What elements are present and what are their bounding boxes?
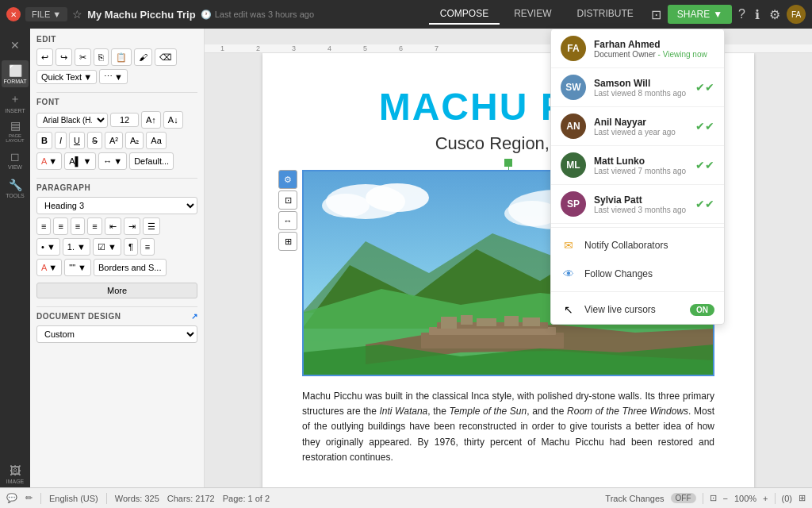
bookmark-icon[interactable]: ☆ — [72, 8, 82, 21]
checklist[interactable]: ☑ ▼ — [93, 238, 121, 256]
close-button[interactable]: ✕ — [6, 7, 21, 21]
align-justify[interactable]: ≡ — [87, 217, 102, 235]
collaborator-farhan[interactable]: FA Farhan Ahmed Document Owner - Viewing… — [551, 29, 724, 68]
font-size-up[interactable]: A↑ — [141, 111, 161, 129]
image-settings-top[interactable]: ⚙ — [278, 170, 297, 189]
nav-insert[interactable]: ＋ INSERT — [2, 89, 29, 116]
settings-icon[interactable]: ⚙ — [766, 4, 783, 25]
share-button[interactable]: SHARE ▼ — [668, 5, 732, 24]
font-size-input[interactable] — [110, 113, 139, 127]
copy-button[interactable]: ⎘ — [94, 48, 109, 66]
collaborator-anil[interactable]: AN Anil Nayyar Last viewed a year ago ✔✔ — [551, 107, 724, 146]
nav-page-layout[interactable]: ▤ PAGE LAYOUT — [2, 117, 29, 144]
page-count: Page: 1 of 2 — [223, 494, 270, 503]
user-avatar[interactable]: FA — [787, 5, 806, 24]
italic-button[interactable]: I — [55, 132, 67, 149]
underline-button[interactable]: U — [69, 132, 85, 149]
quick-text-dropdown[interactable]: Quick Text ▼ — [36, 70, 97, 84]
file-dropdown-icon: ▼ — [52, 10, 61, 19]
nav-format[interactable]: ⬜ FORMAT — [2, 60, 29, 87]
design-section: DOCUMENT DESIGN ↗ Custom — [36, 312, 197, 343]
design-style-select[interactable]: Custom — [36, 325, 197, 343]
more-paragraph[interactable]: ≡ — [140, 238, 155, 256]
format-paint-button[interactable]: 🖌 — [134, 48, 152, 66]
more-button[interactable]: More — [36, 283, 197, 298]
tab-review[interactable]: REVIEW — [503, 4, 562, 25]
numbered-list[interactable]: 1. ▼ — [63, 238, 90, 256]
quote-button[interactable]: "" ▼ — [64, 259, 91, 276]
image-frame[interactable]: ⊞ — [278, 232, 297, 251]
clear-format-button[interactable]: ⌫ — [155, 48, 177, 66]
nav-image[interactable]: 🖼 IMAGE — [2, 460, 29, 487]
strikethrough-button[interactable]: S̶ — [87, 132, 102, 149]
align-left[interactable]: ≡ — [36, 217, 51, 235]
bg-color-button[interactable]: A▼ — [36, 259, 62, 276]
collaborator-sylvia[interactable]: SP Sylvia Patt Last viewed 3 months ago … — [551, 185, 724, 224]
matt-info: Matt Lunko Last viewed 7 months ago — [594, 156, 688, 175]
borders-button[interactable]: Borders and S... — [94, 259, 167, 276]
zoom-in-icon[interactable]: + — [763, 494, 768, 503]
comments-count[interactable]: (0) — [782, 494, 792, 503]
collaborator-matt[interactable]: ML Matt Lunko Last viewed 7 months ago ✔… — [551, 146, 724, 185]
zoom-level[interactable]: 100% — [734, 494, 756, 503]
comment-icon[interactable]: 💬 — [6, 493, 17, 503]
highlight-button[interactable]: A▌ ▼ — [64, 152, 96, 170]
list-options[interactable]: ☰ — [143, 217, 160, 235]
track-changes-toggle[interactable]: OFF — [671, 493, 696, 503]
follow-changes-action[interactable]: 👁 Follow Changes — [551, 260, 724, 288]
cursors-toggle[interactable]: ON — [690, 304, 714, 316]
paragraph-style-select[interactable]: Heading 3 — [36, 197, 197, 214]
bullet-list[interactable]: • ▼ — [36, 238, 60, 256]
page-layout-icon: ▤ — [10, 119, 21, 132]
zoom-fit-icon[interactable]: ⊡ — [710, 493, 717, 503]
paste-button[interactable]: 📋 — [111, 48, 132, 66]
align-center[interactable]: ≡ — [53, 217, 67, 235]
collaborator-samson[interactable]: SW Samson Will Last viewed 8 months ago … — [551, 68, 724, 107]
font-color-button[interactable]: A ▼ — [36, 152, 62, 170]
undo-button[interactable]: ↩ — [36, 48, 53, 66]
quick-text-extra[interactable]: ⋯ ▼ — [99, 69, 128, 84]
farhan-info: Farhan Ahmed Document Owner - Viewing no… — [594, 39, 714, 59]
font-size-down[interactable]: A↓ — [163, 111, 183, 129]
icon-nav: ✕ ⬜ FORMAT ＋ INSERT ▤ PAGE LAYOUT ◻ VIEW… — [0, 29, 30, 487]
superscript-button[interactable]: A² — [105, 132, 123, 149]
grid-view-icon[interactable]: ⊞ — [799, 493, 806, 503]
edit-toolbar: ↩ ↪ ✂ ⎘ 📋 🖌 ⌫ — [36, 48, 197, 66]
nav-close[interactable]: ✕ — [2, 32, 29, 59]
subscript-button[interactable]: A₂ — [125, 132, 144, 149]
notify-collaborators-action[interactable]: ✉ Notify Collaborators — [551, 231, 724, 260]
tab-distribute[interactable]: DISTRIBUTE — [566, 4, 645, 25]
indent-increase[interactable]: ⇥ — [124, 217, 140, 235]
indent-decrease[interactable]: ⇤ — [105, 217, 121, 235]
info-icon[interactable]: ℹ — [752, 4, 763, 25]
paragraph-marker[interactable]: ¶ — [124, 238, 138, 256]
view-icon: ◻ — [10, 150, 20, 163]
image-crop[interactable]: ⊡ — [278, 190, 297, 210]
zoom-out-icon[interactable]: − — [723, 494, 728, 503]
default-button[interactable]: Default... — [129, 152, 174, 170]
redo-button[interactable]: ↪ — [56, 48, 72, 66]
svg-rect-18 — [504, 316, 519, 326]
help-icon[interactable]: ? — [735, 4, 749, 25]
farhan-status: Document Owner - Viewing now — [594, 50, 714, 59]
document-body[interactable]: Machu Picchu was built in the classical … — [302, 389, 714, 465]
sylvia-avatar: SP — [561, 191, 586, 217]
align-right[interactable]: ≡ — [71, 217, 85, 235]
nav-view[interactable]: ◻ VIEW — [2, 146, 29, 173]
edit-mode-icon[interactable]: ✏ — [25, 493, 33, 503]
screen-share-icon[interactable]: ⊡ — [648, 4, 665, 25]
nav-tools[interactable]: 🔧 TOOLS — [2, 175, 29, 202]
cut-button[interactable]: ✂ — [75, 48, 91, 66]
design-link[interactable]: ↗ — [191, 312, 198, 321]
status-bar-right: Track Changes OFF ⊡ − 100% + (0) ⊞ — [605, 493, 806, 504]
tab-compose[interactable]: COMPOSE — [429, 4, 500, 25]
bold-button[interactable]: B — [36, 132, 52, 149]
live-cursors-action[interactable]: ↖ View live cursors ON — [551, 295, 724, 324]
image-resize[interactable]: ↔ — [278, 211, 297, 230]
text-spacing-button[interactable]: ↔ ▼ — [98, 152, 127, 170]
language-status[interactable]: English (US) — [49, 494, 98, 503]
caps-button[interactable]: Aa — [146, 132, 166, 149]
font-name-select[interactable]: Arial Black (H... — [36, 113, 108, 128]
file-menu-button[interactable]: FILE ▼ — [25, 7, 67, 21]
edit-section: EDIT ↩ ↪ ✂ ⎘ 📋 🖌 ⌫ Quick Text ▼ ⋯ ▼ — [36, 35, 197, 84]
